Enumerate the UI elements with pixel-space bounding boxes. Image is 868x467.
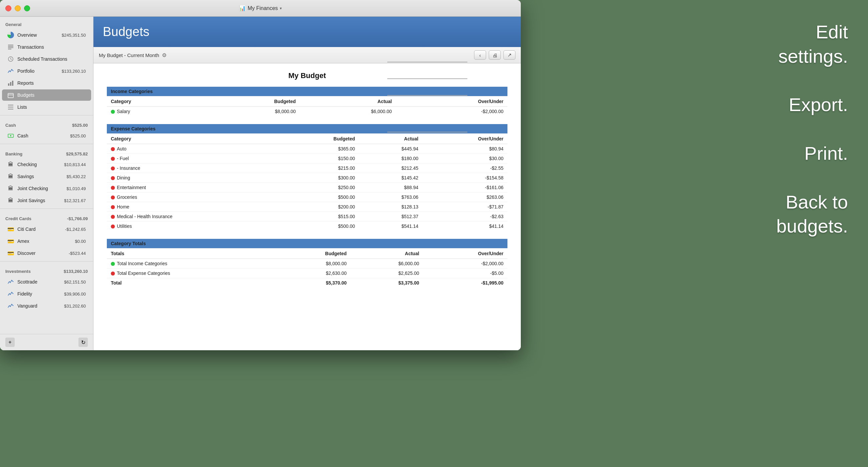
annotation-line-1: [387, 62, 467, 62]
sidebar-item-portfolio[interactable]: Portfolio $133,260.10: [2, 65, 91, 77]
banking-section-header: Banking $29,575.82: [0, 146, 93, 159]
table-row[interactable]: - Insurance $215.00 $212.45 -$2.55: [107, 163, 507, 173]
expense-row-insurance-name: - Insurance: [107, 163, 284, 173]
income-col-over-under: Over/Under: [396, 96, 507, 107]
expense-col-actual: Actual: [359, 134, 422, 144]
grand-total-over-under: -$1,995.00: [423, 278, 507, 288]
sidebar-item-discover[interactable]: 💳 Discover -$523.44: [2, 247, 91, 259]
sidebar-item-overview-value: $245,351.50: [62, 33, 86, 38]
svg-rect-14: [8, 109, 13, 109]
sidebar-item-citi[interactable]: 💳 Citi Card -$1,242.65: [2, 224, 91, 235]
svg-point-16: [10, 135, 11, 136]
table-row[interactable]: Medical - Health Insurance $515.00 $512.…: [107, 212, 507, 222]
sidebar-item-reports[interactable]: Reports: [2, 77, 91, 89]
sidebar-item-amex[interactable]: 💳 Amex $0.00: [2, 235, 91, 247]
export-button[interactable]: ↗: [503, 51, 516, 60]
total-income-actual: $6,000.00: [350, 259, 423, 269]
sidebar-item-amex-value: $0.00: [75, 239, 86, 244]
refresh-button[interactable]: ↻: [79, 338, 88, 347]
expense-row-dining-budgeted: $300.00: [284, 173, 359, 183]
sidebar-item-savings[interactable]: 🏛 Savings $5,430.22: [2, 171, 91, 182]
portfolio-icon: [7, 68, 14, 74]
sidebar-item-transactions-left: Transactions: [7, 44, 44, 51]
dot-red-icon: [111, 166, 115, 170]
sidebar-item-fidelity-value: $39,906.00: [64, 292, 86, 297]
sidebar-item-amex-label: Amex: [18, 238, 29, 244]
toolbar-right: ‹ 🖨 ↗: [474, 51, 516, 60]
svg-rect-0: [8, 45, 13, 45]
cash-total: $525.00: [72, 123, 88, 128]
close-button[interactable]: [5, 5, 11, 11]
sidebar-item-transactions[interactable]: Transactions: [2, 41, 91, 53]
sidebar-item-lists[interactable]: Lists: [2, 101, 91, 113]
edit-settings-text: Editsettings.Export.Print.Back tobudgets…: [776, 21, 848, 236]
bank-icon-checking: 🏛: [7, 161, 14, 168]
table-row[interactable]: - Fuel $150.00 $180.00 $30.00: [107, 154, 507, 163]
budget-period-label: My Budget - Current Month: [99, 53, 159, 58]
sidebar-item-joint-savings[interactable]: 🏛 Joint Savings $12,321.67: [2, 195, 91, 206]
total-income-budgeted: $8,000.00: [276, 259, 350, 269]
svg-line-6: [11, 59, 12, 60]
bank-icon-joint-checking: 🏛: [7, 185, 14, 192]
back-button[interactable]: ‹: [474, 51, 486, 60]
sidebar-item-scottrade[interactable]: Scottrade $62,151.50: [2, 276, 91, 288]
table-row[interactable]: Groceries $500.00 $763.06 $263.06: [107, 193, 507, 202]
sidebar-item-cash-label: Cash: [18, 133, 28, 138]
dot-red-icon: [111, 225, 115, 229]
sidebar-item-joint-checking[interactable]: 🏛 Joint Checking $1,010.49: [2, 183, 91, 194]
total-expense-actual: $2,625.00: [350, 269, 423, 278]
sidebar-item-overview[interactable]: Overview $245,351.50: [2, 29, 91, 41]
sidebar-item-cash-value: $525.00: [70, 133, 86, 138]
expense-row-dining-actual: $145.42: [359, 173, 422, 183]
expense-row-auto-actual: $445.94: [359, 144, 422, 154]
sidebar-item-vanguard[interactable]: Vanguard $31,202.60: [2, 300, 91, 311]
income-row-budgeted: $8,000.00: [201, 107, 300, 116]
sidebar-item-scheduled[interactable]: Scheduled Transactions: [2, 54, 91, 65]
table-row[interactable]: Auto $365.00 $445.94 $80.94: [107, 144, 507, 154]
chevron-down-icon[interactable]: ▾: [280, 6, 282, 11]
table-row[interactable]: Entertainment $250.00 $88.94 -$161.06: [107, 183, 507, 193]
sidebar-item-discover-label: Discover: [18, 251, 35, 256]
expense-row-entertainment-over-under: -$161.06: [422, 183, 507, 193]
table-row[interactable]: Total Expense Categories $2,630.00 $2,62…: [107, 269, 507, 278]
print-button[interactable]: 🖨: [489, 51, 501, 60]
expense-row-dining-name: Dining: [107, 173, 284, 183]
minimize-button[interactable]: [15, 5, 21, 11]
divider-3: [0, 208, 93, 209]
expense-row-insurance-actual: $212.45: [359, 163, 422, 173]
sidebar-item-budgets[interactable]: Budgets: [2, 90, 91, 101]
svg-rect-9: [12, 81, 13, 86]
page-title: Budgets: [103, 25, 512, 39]
totals-table: Category Totals Totals Budgeted Actual O…: [107, 239, 507, 288]
svg-rect-2: [8, 47, 13, 48]
table-row[interactable]: Salary $8,000.00 $6,000.00 -$2,000.00: [107, 107, 507, 116]
title-icon: 📊: [239, 5, 246, 11]
settings-gear-icon[interactable]: ⚙: [162, 52, 166, 58]
sidebar-item-transactions-label: Transactions: [18, 44, 44, 50]
expense-row-fuel-over-under: $30.00: [422, 154, 507, 163]
expense-row-fuel-actual: $180.00: [359, 154, 422, 163]
maximize-button[interactable]: [24, 5, 30, 11]
titlebar: 📊 My Finances ▾: [0, 0, 521, 17]
dot-red-icon: [111, 271, 115, 275]
expense-row-groceries-name: Groceries: [107, 193, 284, 202]
income-col-category: Category: [107, 96, 201, 107]
income-col-actual: Actual: [300, 96, 396, 107]
sidebar-item-scheduled-label: Scheduled Transactions: [18, 56, 67, 62]
table-row[interactable]: Utilities $500.00 $541.14 $41.14: [107, 222, 507, 231]
expense-row-insurance-budgeted: $215.00: [284, 163, 359, 173]
expense-row-home-name: Home: [107, 202, 284, 212]
table-row[interactable]: Dining $300.00 $145.42 -$154.58: [107, 173, 507, 183]
table-row[interactable]: Total Income Categories $8,000.00 $6,000…: [107, 259, 507, 269]
divider-1: [0, 115, 93, 115]
sidebar-item-fidelity[interactable]: Fidelity $39,906.00: [2, 288, 91, 300]
sidebar-item-scottrade-left: Scottrade: [7, 278, 37, 285]
sidebar-item-cash[interactable]: Cash $525.00: [2, 130, 91, 141]
sidebar-item-checking[interactable]: 🏛 Checking $10,813.44: [2, 159, 91, 170]
reports-icon: [7, 80, 14, 87]
right-panel-text: Editsettings.Export.Print.Back tobudgets…: [776, 20, 848, 238]
expense-row-home-actual: $128.13: [359, 202, 422, 212]
table-row[interactable]: Home $200.00 $128.13 -$71.87: [107, 202, 507, 212]
add-account-button[interactable]: +: [5, 338, 15, 347]
bank-icon-savings: 🏛: [7, 173, 14, 180]
